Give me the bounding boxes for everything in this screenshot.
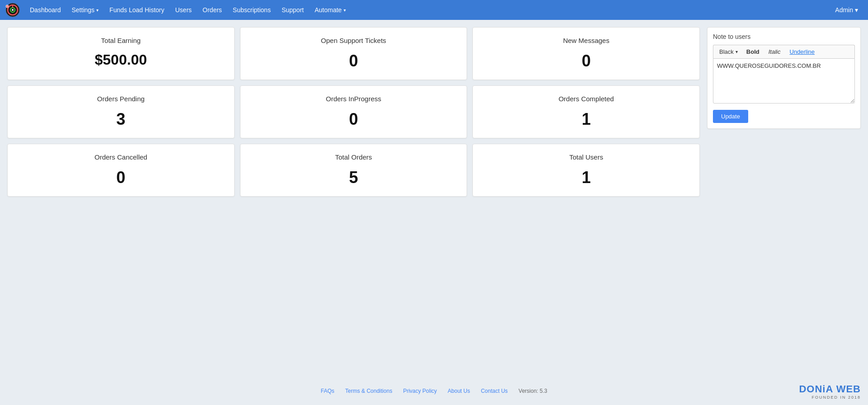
stat-title-total-orders: Total Orders xyxy=(335,153,372,161)
note-italic-button[interactable]: Italic xyxy=(766,47,783,57)
stat-card-new-messages: New Messages 0 xyxy=(472,27,700,80)
stat-card-orders-inprogress: Orders InProgress 0 xyxy=(240,85,467,138)
nav-admin[interactable]: Admin ▾ xyxy=(830,4,863,16)
nav-item-dashboard[interactable]: Dashboard xyxy=(25,4,66,16)
nav-item-orders[interactable]: Orders xyxy=(198,4,226,16)
nav-item-settings[interactable]: Settings ▾ xyxy=(67,4,104,16)
stat-value-orders-inprogress: 0 xyxy=(349,110,358,129)
footer-links: FAQs Terms & Conditions Privacy Policy A… xyxy=(7,388,861,394)
stat-card-open-support-tickets: Open Support Tickets 0 xyxy=(240,27,467,80)
stat-title-orders-inprogress: Orders InProgress xyxy=(326,95,382,103)
footer-version: Version: 5.3 xyxy=(519,388,547,394)
note-color-label: Black xyxy=(719,48,734,55)
nav-item-subscriptions[interactable]: Subscriptions xyxy=(228,4,275,16)
stat-value-orders-completed: 1 xyxy=(582,110,591,129)
note-to-users-card: Note to users Black ▾ Bold Italic Underl… xyxy=(707,27,861,129)
stat-value-total-earning: $500.00 xyxy=(94,52,147,68)
stat-card-total-users: Total Users 1 xyxy=(472,144,700,197)
stat-title-total-users: Total Users xyxy=(569,153,603,161)
note-toolbar: Black ▾ Bold Italic Underline xyxy=(713,45,855,58)
svg-point-4 xyxy=(12,9,14,11)
stat-title-orders-completed: Orders Completed xyxy=(558,95,614,103)
footer-link-faqs[interactable]: FAQs xyxy=(321,388,335,394)
main-content: Total Earning $500.00 Open Support Ticke… xyxy=(0,20,868,381)
nav-item-users[interactable]: Users xyxy=(171,4,197,16)
stat-title-new-messages: New Messages xyxy=(563,37,609,44)
stat-title-orders-pending: Orders Pending xyxy=(97,95,145,103)
navbar: Dashboard Settings ▾ Funds Load History … xyxy=(0,0,868,20)
note-card-title: Note to users xyxy=(713,33,855,40)
stat-value-orders-cancelled: 0 xyxy=(116,168,125,187)
stat-card-orders-cancelled: Orders Cancelled 0 xyxy=(7,144,235,197)
stat-value-total-users: 1 xyxy=(582,168,591,187)
footer: FAQs Terms & Conditions Privacy Policy A… xyxy=(0,381,868,405)
logo-icon xyxy=(5,3,20,17)
note-update-button[interactable]: Update xyxy=(713,110,748,123)
footer-link-contact[interactable]: Contact Us xyxy=(481,388,508,394)
footer-link-privacy[interactable]: Privacy Policy xyxy=(403,388,437,394)
footer-link-about[interactable]: About Us xyxy=(448,388,470,394)
admin-chevron-icon: ▾ xyxy=(855,6,858,14)
nav-item-automate[interactable]: Automate ▾ xyxy=(310,4,350,16)
stat-value-orders-pending: 3 xyxy=(116,110,125,129)
stat-value-total-orders: 5 xyxy=(349,168,358,187)
note-color-button[interactable]: Black ▾ xyxy=(717,47,740,57)
note-bold-button[interactable]: Bold xyxy=(744,47,762,57)
stat-card-total-earning: Total Earning $500.00 xyxy=(7,27,235,80)
settings-chevron-icon: ▾ xyxy=(96,8,99,13)
stat-title-open-support-tickets: Open Support Tickets xyxy=(321,37,386,44)
stat-value-open-support-tickets: 0 xyxy=(349,52,358,71)
stat-title-orders-cancelled: Orders Cancelled xyxy=(94,153,147,161)
note-underline-button[interactable]: Underline xyxy=(787,47,817,57)
stat-card-total-orders: Total Orders 5 xyxy=(240,144,467,197)
stat-value-new-messages: 0 xyxy=(582,52,591,71)
footer-brand: DONiA WEB FOUNDED IN 2018 xyxy=(799,383,861,400)
stat-card-orders-completed: Orders Completed 1 xyxy=(472,85,700,138)
stats-grid: Total Earning $500.00 Open Support Ticke… xyxy=(7,27,700,197)
footer-brand-sub: FOUNDED IN 2018 xyxy=(811,395,861,400)
stat-title-total-earning: Total Earning xyxy=(101,37,141,44)
footer-link-terms[interactable]: Terms & Conditions xyxy=(345,388,392,394)
footer-brand-name: DONiA WEB xyxy=(799,383,861,395)
stat-card-orders-pending: Orders Pending 3 xyxy=(7,85,235,138)
sidebar: Note to users Black ▾ Bold Italic Underl… xyxy=(707,27,861,129)
nav-item-funds-load-history[interactable]: Funds Load History xyxy=(105,4,169,16)
automate-chevron-icon: ▾ xyxy=(344,8,346,13)
nav-item-support[interactable]: Support xyxy=(277,4,308,16)
note-textarea[interactable] xyxy=(713,58,855,104)
color-chevron-icon: ▾ xyxy=(736,49,738,54)
